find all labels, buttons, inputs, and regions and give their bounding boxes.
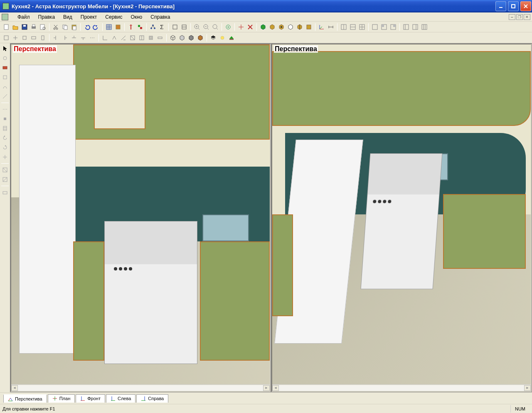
tree-icon[interactable] — [149, 23, 157, 31]
t2-icon-14[interactable] — [128, 34, 137, 42]
measure-icon[interactable] — [327, 23, 335, 31]
v-icon-5[interactable] — [1, 83, 9, 91]
t2-icon-8[interactable] — [70, 34, 78, 42]
maximize-button[interactable] — [508, 1, 519, 11]
t2-icon-11[interactable] — [101, 34, 109, 42]
v-icon-4[interactable] — [1, 73, 9, 81]
close-button[interactable] — [520, 1, 531, 11]
v-icon-13[interactable] — [1, 166, 9, 174]
cube5-icon[interactable] — [296, 23, 304, 31]
layout4-icon[interactable] — [371, 23, 379, 31]
sum-icon[interactable]: Σ — [158, 23, 166, 31]
new-icon[interactable] — [2, 23, 10, 31]
mdi-icon[interactable] — [2, 14, 8, 20]
zoom-in-icon[interactable] — [193, 23, 201, 31]
v-icon-15[interactable] — [1, 188, 9, 197]
t2-icon-5[interactable] — [39, 34, 47, 42]
t2-icon-10[interactable] — [88, 34, 96, 42]
rotate-ccw-icon[interactable] — [1, 134, 9, 142]
xred-icon[interactable] — [246, 23, 254, 31]
mdi-minimize-button[interactable]: ‒ — [509, 14, 515, 20]
tab-plan[interactable]: План — [48, 394, 75, 403]
layout1-icon[interactable] — [340, 23, 348, 31]
viewport-right[interactable]: Перспектива ◄ — [271, 44, 532, 392]
grid-icon[interactable] — [105, 23, 113, 31]
t2-icon-3[interactable] — [20, 34, 29, 42]
tab-left[interactable]: Слева — [106, 394, 135, 403]
menu-edit[interactable]: Правка — [34, 13, 59, 21]
cut-icon[interactable] — [52, 23, 60, 31]
cube-solid-icon[interactable] — [187, 34, 195, 42]
ground-icon[interactable] — [227, 34, 236, 42]
menu-view[interactable]: Вид — [59, 13, 76, 21]
t2-icon-17[interactable] — [156, 34, 164, 42]
filter-icon[interactable] — [114, 23, 122, 31]
print-icon[interactable] — [30, 23, 38, 31]
cube3-icon[interactable] — [277, 23, 286, 31]
open-icon[interactable] — [11, 23, 20, 31]
layout8-icon[interactable] — [411, 23, 419, 31]
v-icon-6[interactable] — [1, 92, 9, 101]
rotate-cw-icon[interactable] — [1, 143, 9, 152]
zoom-out-icon[interactable] — [202, 23, 210, 31]
paste-icon[interactable] — [70, 23, 78, 31]
t2-icon-12[interactable] — [110, 34, 118, 42]
layout6-icon[interactable] — [389, 23, 397, 31]
tab-front[interactable]: Фронт — [76, 394, 105, 403]
t2-icon-2[interactable] — [11, 34, 20, 42]
axes-icon[interactable] — [318, 23, 326, 31]
v-icon-12[interactable] — [1, 153, 9, 161]
tab-right[interactable]: Справа — [136, 394, 168, 403]
viewport-left-canvas[interactable] — [11, 44, 270, 384]
v-icon-3[interactable] — [1, 64, 9, 72]
box1-icon[interactable] — [171, 23, 179, 31]
t2-icon-13[interactable] — [119, 34, 128, 42]
cube-render-icon[interactable] — [169, 34, 177, 42]
v-icon-9[interactable] — [1, 124, 9, 133]
scroll-track[interactable] — [18, 385, 263, 391]
t2-icon-6[interactable] — [52, 34, 60, 42]
t2-icon-4[interactable] — [30, 34, 38, 42]
viewport-left[interactable]: Перспектива ◄ — [10, 44, 271, 392]
menu-service[interactable]: Сервис — [101, 13, 126, 21]
save-icon[interactable] — [20, 23, 29, 31]
parts-icon[interactable] — [136, 23, 144, 31]
undo-icon[interactable] — [83, 23, 91, 31]
cube-wire-icon[interactable] — [178, 34, 186, 42]
light-icon[interactable] — [218, 34, 227, 42]
layers-icon[interactable] — [209, 34, 217, 42]
v-icon-7[interactable] — [1, 105, 9, 113]
menu-help[interactable]: Справка — [146, 13, 174, 21]
tab-perspective[interactable]: Перспектива — [3, 394, 47, 403]
redo-icon[interactable] — [92, 23, 100, 31]
viewport-left-hscroll[interactable]: ◄ ► — [11, 384, 270, 391]
viewport-right-hscroll[interactable]: ◄ ► — [272, 384, 531, 391]
t2-icon-16[interactable] — [147, 34, 155, 42]
cube4-icon[interactable] — [286, 23, 295, 31]
t2-icon-9[interactable] — [79, 34, 87, 42]
scroll-left-arrow-icon[interactable]: ◄ — [11, 385, 18, 391]
scroll-right-arrow-icon[interactable]: ► — [524, 385, 531, 391]
minimize-button[interactable] — [495, 1, 506, 11]
v-icon-8[interactable] — [1, 115, 9, 123]
cube2-icon[interactable] — [268, 23, 276, 31]
v-icon-2[interactable] — [1, 54, 9, 62]
screw-icon[interactable] — [127, 23, 135, 31]
select-icon[interactable] — [1, 44, 9, 53]
target-icon[interactable] — [237, 23, 245, 31]
menu-project[interactable]: Проект — [76, 13, 101, 21]
t2-icon-1[interactable] — [2, 34, 10, 42]
copy-icon[interactable] — [61, 23, 69, 31]
zoom-fit-icon[interactable] — [211, 23, 219, 31]
scroll-right-arrow-icon[interactable]: ► — [263, 385, 270, 391]
mdi-restore-button[interactable]: ❐ — [516, 14, 523, 20]
scroll-left-arrow-icon[interactable]: ◄ — [272, 385, 279, 391]
t2-icon-15[interactable] — [138, 34, 146, 42]
box2-icon[interactable] — [180, 23, 188, 31]
v-icon-14[interactable] — [1, 175, 9, 184]
t2-icon-7[interactable] — [61, 34, 69, 42]
menu-file[interactable]: Файл — [13, 13, 34, 21]
cube6-icon[interactable] — [305, 23, 313, 31]
viewport-right-canvas[interactable] — [272, 44, 531, 384]
layout2-icon[interactable] — [349, 23, 357, 31]
